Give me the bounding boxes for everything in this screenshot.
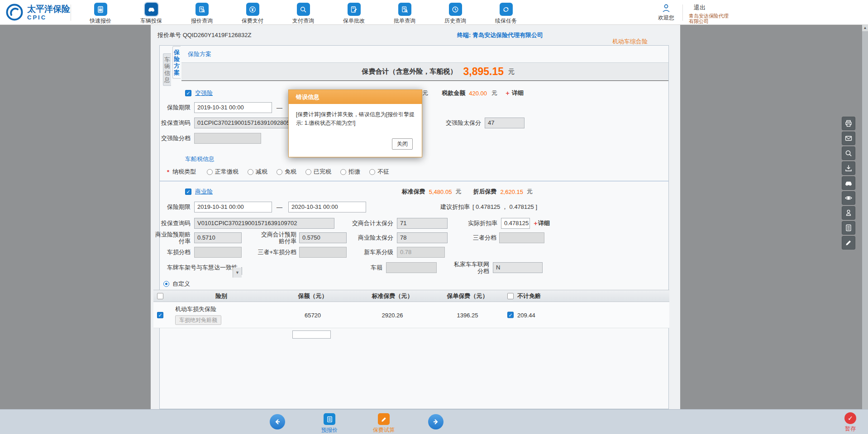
page-scrollbar[interactable]: ▲ — [862, 25, 868, 409]
brand-name: 太平洋保险 — [27, 5, 70, 13]
next-button[interactable] — [428, 414, 444, 429]
commercial-link[interactable]: 商业险 — [195, 188, 213, 196]
radio-icon — [248, 169, 253, 175]
biz-score-label: 商业险太保分 — [354, 234, 393, 242]
radio-tax-refused[interactable]: 拒缴 — [340, 168, 360, 176]
damage-deductible-button[interactable]: 车损绝对免赔额 — [175, 316, 221, 325]
compulsory-checkbox[interactable] — [185, 90, 191, 96]
commercial-period-start-input[interactable]: 2019-10-31 00:00 — [194, 202, 272, 212]
print-icon[interactable] — [842, 117, 855, 130]
deductible-all-checkbox[interactable] — [507, 293, 514, 299]
vin-match-select[interactable]: ▼ — [241, 267, 242, 275]
edit-icon[interactable] — [842, 236, 855, 250]
nav-item-policy-edit[interactable]: 保单批改 — [338, 3, 370, 25]
commercial-query-label: 投保查询码 — [160, 219, 191, 227]
history-icon — [449, 3, 462, 16]
radio-tax-reduced[interactable]: 减税 — [248, 168, 267, 176]
quote-search-icon — [196, 3, 209, 16]
commercial-checkbox[interactable] — [185, 189, 191, 195]
third-damage-tier-label: 三者+车损分档 — [253, 248, 296, 256]
commercial-period-end-input[interactable]: 2020-10-31 00:00 — [288, 202, 366, 212]
error-dialog: 错误信息 [保费计算]保费计算失败，错误信息为[报价引擎提示: 1.缴税状态不能… — [288, 90, 422, 157]
combined-ratio-input[interactable]: 0.5750 — [299, 232, 347, 243]
period-dash: — — [277, 204, 282, 211]
stamp-icon[interactable] — [842, 206, 855, 220]
radio-tax-normal[interactable]: 正常缴税 — [207, 168, 238, 176]
third-damage-tier-input[interactable] — [299, 247, 347, 258]
radio-tax-notlevied[interactable]: 不征 — [369, 168, 389, 176]
download-icon[interactable] — [842, 161, 855, 175]
eye-icon[interactable] — [842, 191, 855, 205]
vehicle-query-icon[interactable] — [842, 176, 855, 190]
agency-name: 青岛安达保险代理有限公司 — [689, 13, 730, 24]
tab-insurance-plan[interactable]: 保险方案 — [172, 46, 181, 79]
tax-type-label: 纳税类型 — [171, 168, 196, 176]
scroll-up-icon[interactable]: ▲ — [862, 25, 868, 31]
registry-label: 车籍 — [370, 264, 382, 272]
actual-rate-label: 实际折扣率 — [453, 219, 497, 227]
combined-score-input[interactable]: 71 — [397, 218, 448, 229]
damage-tier-input[interactable] — [194, 247, 242, 258]
nav-item-endorsement-search[interactable]: 批单查询 — [388, 3, 421, 25]
save-draft-button[interactable]: ✓ 暂存 — [844, 412, 856, 433]
radio-icon — [277, 169, 282, 175]
radio-icon — [369, 169, 375, 175]
nav-item-premium-pay[interactable]: 保费支付 — [236, 3, 269, 25]
compulsory-detail-link[interactable]: 详细 — [512, 89, 524, 97]
iov-tier-input[interactable]: N — [493, 262, 543, 273]
pre-quote-button[interactable]: 预报价 — [315, 413, 344, 434]
nav-item-quick-quote[interactable]: 快速报价 — [84, 3, 117, 25]
chevron-down-icon: ▼ — [233, 268, 242, 278]
damage-tier-label: 车损分档 — [165, 248, 191, 256]
error-dialog-title: 错误信息 — [289, 90, 422, 104]
partial-input[interactable] — [292, 330, 331, 339]
third-tier-input[interactable] — [499, 232, 544, 243]
suggest-rate-label: 建议折扣率 — [440, 203, 470, 211]
radio-tax-paid[interactable]: 已完税 — [305, 168, 331, 176]
nav-item-quote-search[interactable]: 报价查询 — [186, 3, 218, 25]
compulsory-tier-input[interactable] — [194, 133, 261, 144]
document-icon[interactable] — [842, 221, 855, 235]
logout-button[interactable]: 退出 — [694, 4, 730, 12]
radio-tax-exempt[interactable]: 免税 — [277, 168, 296, 176]
welcome-user[interactable]: 欢迎您 — [655, 3, 677, 22]
plan-tab-label[interactable]: 保险方案 — [188, 50, 211, 58]
new-series-input[interactable]: 0.78 — [397, 247, 445, 258]
tab-vehicle-info[interactable]: 车辆信息 — [163, 53, 171, 86]
nav-label: 报价查询 — [191, 17, 213, 25]
save-draft-label: 暂存 — [845, 425, 856, 433]
quote-number-value: QQID260Y1419F126832Z — [183, 32, 252, 38]
biz-score-input[interactable]: 78 — [397, 232, 448, 243]
commercial-premium-group: 标准保费 5,480.05 元 折后保费 2,620.15 元 — [402, 188, 533, 196]
bottom-bar: 预报价 保费试算 ✓ 暂存 — [0, 409, 868, 434]
actual-rate-input[interactable]: 0.478125 — [501, 218, 530, 229]
compulsory-period-start-input[interactable]: 2019-10-31 00:00 — [194, 102, 272, 113]
back-button[interactable] — [270, 414, 285, 429]
renewal-icon — [500, 3, 513, 16]
policy-premium-cell: 1396.25 — [430, 311, 505, 318]
disc-premium-unit: 元 — [527, 188, 533, 196]
premium-trial-button[interactable]: 保费试算 — [369, 413, 399, 434]
select-all-checkbox[interactable] — [157, 293, 163, 299]
compulsory-score-input[interactable]: 47 — [485, 118, 525, 128]
dialog-close-button[interactable]: 关闭 — [392, 138, 413, 150]
nav-item-history-search[interactable]: 历史查询 — [439, 3, 472, 25]
premium-total-label: 保费合计（含意外险，车船税） — [362, 67, 457, 76]
terminal-info: 终端: 青岛安达保险代理有限公司 — [457, 31, 543, 39]
loss-ratio-input[interactable]: 0.5710 — [194, 232, 242, 243]
radio-label: 不征 — [377, 168, 389, 176]
deductible-cell: 209.44 — [507, 311, 535, 318]
compulsory-link[interactable]: 交强险 — [195, 89, 213, 97]
registry-input[interactable] — [386, 262, 437, 273]
nav-label: 续保任务 — [495, 17, 517, 25]
deductible-checkbox[interactable] — [507, 312, 514, 318]
mail-icon[interactable] — [842, 132, 855, 145]
custom-radio[interactable] — [163, 281, 169, 287]
row-checkbox[interactable] — [157, 312, 163, 318]
nav-item-vehicle-insure[interactable]: 车辆投保 — [135, 3, 167, 25]
commercial-detail-link[interactable]: 详细 — [538, 219, 550, 227]
nav-item-renewal-task[interactable]: 续保任务 — [490, 3, 522, 25]
commercial-query-input[interactable]: V0101CPIC370219001571639109702 — [194, 218, 334, 229]
nav-item-payment-search[interactable]: 支付查询 — [287, 3, 320, 25]
search-icon[interactable] — [842, 146, 855, 160]
